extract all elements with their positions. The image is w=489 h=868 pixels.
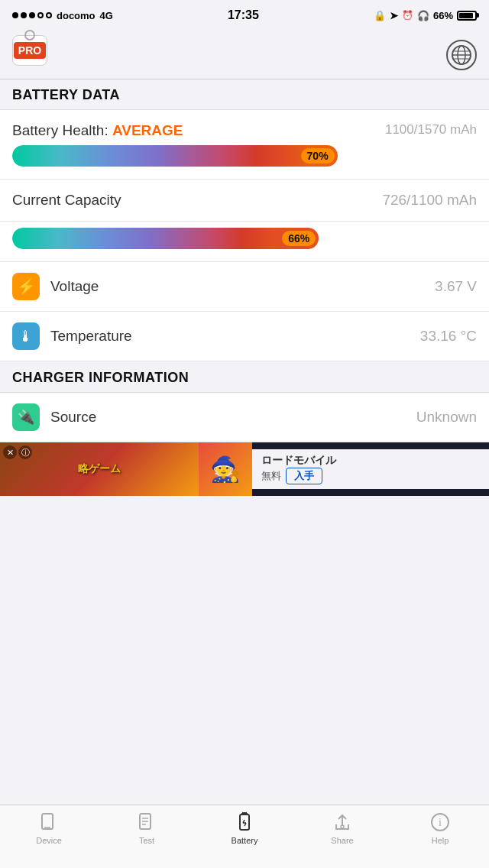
voltage-row: ⚡ Voltage 3.67 V xyxy=(0,262,489,312)
pro-logo-tag: PRO xyxy=(12,35,47,66)
dot2 xyxy=(21,12,27,18)
tab-share[interactable]: Share xyxy=(293,811,391,845)
voltage-label: Voltage xyxy=(50,278,99,295)
svg-point-18 xyxy=(341,825,344,828)
tab-share-label: Share xyxy=(331,836,353,845)
battery-fill xyxy=(459,13,473,18)
status-right: 🔒 ➤ ⏰ 🎧 66% xyxy=(374,10,477,21)
temperature-label: Temperature xyxy=(50,328,132,345)
battery-health-row: Battery Health: AVERAGE 1100/1570 mAh xyxy=(0,110,489,139)
temperature-value: 33.16 °C xyxy=(420,328,477,345)
health-progress-label: 70% xyxy=(301,148,335,164)
tab-device-label: Device xyxy=(36,836,62,845)
source-icon-box: 🔌 xyxy=(12,403,40,431)
device-tab-icon xyxy=(38,811,60,833)
health-progress-bar: 70% xyxy=(12,145,477,167)
voltage-icon-box: ⚡ xyxy=(12,273,40,300)
battery-tab-icon xyxy=(234,811,255,833)
ad-info-button[interactable]: ⓘ xyxy=(18,445,32,459)
pro-text: PRO xyxy=(14,42,46,59)
dot3 xyxy=(29,12,35,18)
health-progress-fill: 70% xyxy=(12,145,338,167)
help-tab-icon: i xyxy=(429,811,451,833)
plug-icon: 🔌 xyxy=(18,409,34,426)
dot4 xyxy=(37,12,44,18)
voltage-left: ⚡ Voltage xyxy=(12,273,99,300)
status-left: docomo 4G xyxy=(12,10,113,21)
tab-test[interactable]: Test xyxy=(98,811,196,845)
ad-close-button[interactable]: ✕ xyxy=(3,445,17,459)
svg-rect-5 xyxy=(42,814,53,829)
capacity-progress-fill: 66% xyxy=(12,228,319,249)
source-label: Source xyxy=(50,409,96,426)
location-icon: ➤ xyxy=(390,10,398,21)
battery-data-section-header: BATTERY DATA xyxy=(0,79,489,110)
ad-banner[interactable]: 略ゲーム 🧙 ロードモバイル 無料 入手 ✕ ⓘ xyxy=(0,442,489,496)
capacity-value: 726/1100 mAh xyxy=(382,192,477,209)
capacity-progress-container: 66% xyxy=(0,222,489,262)
battery-percent: 66% xyxy=(433,10,453,21)
temperature-row: 🌡 Temperature 33.16 °C xyxy=(0,312,489,361)
capacity-row: Current Capacity 726/1100 mAh xyxy=(0,180,489,222)
nav-bar: PRO xyxy=(0,31,489,79)
capacity-progress-label: 66% xyxy=(282,231,316,246)
thermometer-icon: 🌡 xyxy=(18,328,34,345)
voltage-value: 3.67 V xyxy=(435,278,477,295)
ad-free-label: 無料 xyxy=(261,469,281,483)
capacity-progress-bar: 66% xyxy=(12,228,477,249)
tab-test-label: Test xyxy=(139,836,154,845)
svg-rect-11 xyxy=(240,815,249,830)
status-time: 17:35 xyxy=(228,8,259,22)
main-content: Battery Health: AVERAGE 1100/1570 mAh 70… xyxy=(0,110,489,361)
charger-section-header: CHARGER INFORMATION xyxy=(0,362,489,393)
ad-subtitle-row: 無料 入手 xyxy=(261,468,480,484)
lock-icon: 🔒 xyxy=(374,10,386,21)
battery-icon xyxy=(457,11,477,21)
dot5 xyxy=(46,12,52,18)
globe-icon[interactable] xyxy=(446,40,477,70)
alarm-icon: ⏰ xyxy=(402,10,413,21)
pro-logo[interactable]: PRO xyxy=(12,35,52,75)
battery-data-title: BATTERY DATA xyxy=(12,87,120,102)
health-status: AVERAGE xyxy=(112,122,183,138)
charger-section-title: CHARGER INFORMATION xyxy=(12,370,189,385)
tab-device[interactable]: Device xyxy=(0,811,98,845)
capacity-label: Current Capacity xyxy=(12,192,121,209)
source-row: 🔌 Source Unknown xyxy=(0,393,489,442)
dot1 xyxy=(12,12,18,18)
network-label: 4G xyxy=(100,10,113,21)
headphone-icon: 🎧 xyxy=(417,10,429,21)
ad-character-icon: 🧙 xyxy=(199,442,252,496)
status-bar: docomo 4G 17:35 🔒 ➤ ⏰ 🎧 66% xyxy=(0,0,489,31)
lightning-icon: ⚡ xyxy=(17,277,36,296)
health-progress-container: 70% xyxy=(0,139,489,180)
ad-banner-right: ロードモバイル 無料 入手 xyxy=(252,449,489,489)
share-tab-icon xyxy=(332,811,353,833)
ad-title: ロードモバイル xyxy=(261,454,480,468)
signal-dots xyxy=(12,12,52,18)
temperature-left: 🌡 Temperature xyxy=(12,322,132,350)
charger-content: 🔌 Source Unknown xyxy=(0,393,489,442)
tab-help[interactable]: i Help xyxy=(391,811,489,845)
tab-help-label: Help xyxy=(432,836,449,845)
source-value: Unknown xyxy=(416,409,477,426)
battery-health-text: Battery Health: AVERAGE 1100/1570 mAh xyxy=(12,122,477,139)
health-label: Battery Health: xyxy=(12,122,108,138)
source-left: 🔌 Source xyxy=(12,403,96,431)
temperature-icon-box: 🌡 xyxy=(12,322,40,350)
ad-get-button[interactable]: 入手 xyxy=(286,468,322,484)
test-tab-icon xyxy=(136,811,157,833)
tab-bar: Device Test Battery xyxy=(0,805,489,868)
svg-text:i: i xyxy=(439,817,442,828)
health-value: 1100/1570 mAh xyxy=(385,122,477,138)
tab-battery-label: Battery xyxy=(232,836,258,845)
tab-battery[interactable]: Battery xyxy=(196,811,293,845)
carrier-label: docomo xyxy=(57,10,96,21)
